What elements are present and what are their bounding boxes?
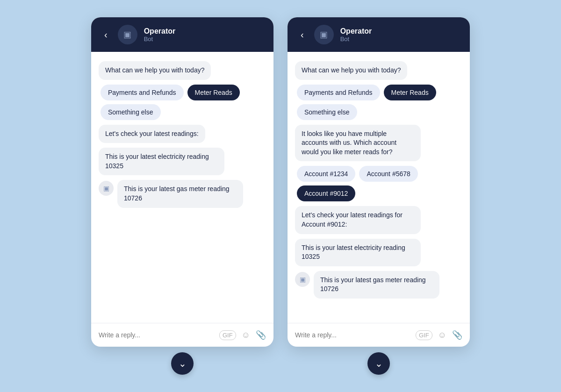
choice-payments-refunds-1[interactable]: Payments and Refunds: [101, 85, 184, 100]
avatar-1: ▣: [118, 25, 137, 44]
attach-button-1[interactable]: 📎: [256, 330, 266, 340]
chat-2-title: Operator: [340, 27, 372, 36]
chat-1-msg-1: What can we help you with today?: [99, 61, 211, 80]
chat-1-msg-2: Let's check your latest readings:: [99, 125, 205, 143]
choice-meter-reads-2[interactable]: Meter Reads: [384, 85, 436, 100]
chat-1-msg-4: This is your latest gas meter reading 10…: [117, 180, 243, 207]
scroll-down-icon-2: ⌄: [375, 358, 383, 369]
page-wrapper: ‹ ▣ Operator Bot What can we help you wi…: [91, 17, 470, 375]
chat-1-header: ‹ ▣ Operator Bot: [91, 17, 273, 52]
choice-account-9012[interactable]: Account #9012: [297, 185, 355, 201]
phone-2: ‹ ▣ Operator Bot What can we help you wi…: [288, 17, 470, 347]
chat-1-choices-1: Payments and Refunds Meter Reads Somethi…: [99, 85, 266, 120]
emoji-button-1[interactable]: ☺: [242, 330, 250, 340]
bot-avatar-icon-1: ▣: [103, 185, 109, 192]
avatar-2: ▣: [314, 25, 334, 44]
chat-2-msg-3: Let's check your latest readings for Acc…: [295, 206, 421, 234]
chat-1-body: What can we help you with today? Payment…: [91, 52, 273, 323]
back-button-2[interactable]: ‹: [297, 28, 308, 42]
chat-2-header: ‹ ▣ Operator Bot: [288, 17, 470, 52]
chat-2-msg-5: This is your latest gas meter reading 10…: [314, 271, 439, 299]
chat-2-msg-1: What can we help you with today?: [295, 61, 407, 80]
chat-1-input[interactable]: [99, 331, 214, 339]
attach-button-2[interactable]: 📎: [452, 330, 462, 340]
scroll-down-icon-1: ⌄: [179, 358, 187, 369]
back-button-1[interactable]: ‹: [101, 28, 111, 42]
chat-1-input-area: GIF ☺ 📎: [91, 323, 273, 347]
chat-2-choices-2: Account #1234 Account #5678 Account #901…: [295, 166, 462, 201]
chat-2-msg-2: It looks like you have multiple accounts…: [295, 125, 421, 162]
header-info-2: Operator Bot: [340, 27, 372, 43]
phone-1-container: ‹ ▣ Operator Bot What can we help you wi…: [91, 17, 273, 375]
header-info-1: Operator Bot: [144, 27, 176, 43]
chat-2-body: What can we help you with today? Payment…: [288, 52, 470, 323]
choice-account-5678[interactable]: Account #5678: [359, 166, 417, 182]
chat-2-subtitle: Bot: [340, 36, 372, 43]
avatar-icon-2: ▣: [320, 29, 328, 40]
avatar-icon-1: ▣: [123, 29, 131, 40]
choice-payments-refunds-2[interactable]: Payments and Refunds: [297, 85, 380, 100]
scroll-down-btn-1[interactable]: ⌄: [171, 352, 194, 375]
gif-button-1[interactable]: GIF: [219, 330, 236, 340]
chat-1-title: Operator: [144, 27, 176, 36]
chat-1-msg-row-4: ▣ This is your latest gas meter reading …: [99, 180, 266, 207]
chat-2-msg-row-5: ▣ This is your latest gas meter reading …: [295, 271, 462, 299]
chat-2-input[interactable]: [295, 331, 410, 339]
chat-2-choices-1: Payments and Refunds Meter Reads Somethi…: [295, 85, 462, 120]
bot-avatar-1: ▣: [99, 181, 114, 196]
phone-2-container: ‹ ▣ Operator Bot What can we help you wi…: [288, 17, 470, 375]
chat-2-msg-4: This is your latest electricity reading …: [295, 239, 421, 266]
choice-something-else-2[interactable]: Something else: [297, 104, 357, 120]
chat-1-subtitle: Bot: [144, 36, 176, 43]
gif-button-2[interactable]: GIF: [416, 330, 432, 340]
choice-account-1234[interactable]: Account #1234: [297, 166, 355, 182]
chat-1-msg-3: This is your latest electricity reading …: [99, 148, 224, 175]
bot-avatar-icon-2: ▣: [300, 276, 306, 283]
phone-1: ‹ ▣ Operator Bot What can we help you wi…: [91, 17, 273, 347]
bot-avatar-2: ▣: [295, 272, 310, 287]
chat-2-input-area: GIF ☺ 📎: [288, 323, 470, 347]
choice-something-else-1[interactable]: Something else: [101, 104, 161, 120]
emoji-button-2[interactable]: ☺: [438, 330, 446, 340]
scroll-down-btn-2[interactable]: ⌄: [367, 352, 390, 375]
choice-meter-reads-1[interactable]: Meter Reads: [187, 85, 240, 100]
